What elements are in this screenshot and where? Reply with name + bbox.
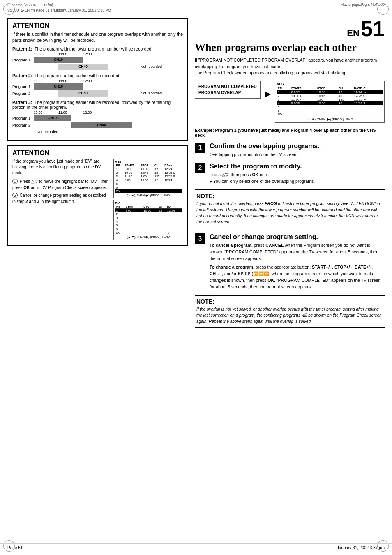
pattern-1-desc: The program with the lower program numbe…: [35, 46, 152, 51]
footer-date: January 31, 2002 3:37 pm: [337, 546, 385, 550]
pattern-2-row2: Program 2 CH40 ← Not recorded: [12, 90, 183, 97]
section-title: When programs overlap each other: [195, 42, 385, 54]
pattern-1-row1: Program 1 CH10: [12, 57, 183, 63]
footer-page-num: Page 51: [7, 546, 23, 550]
attention-2-text: If the program you have just made and "D…: [12, 159, 110, 242]
header-left: Filename [VS30U_2-EN.fm] VS30U_2-EN.fm P…: [7, 2, 111, 13]
p1-prog1-label: Program 1: [12, 58, 34, 62]
vis-screen-table: PRSTARTSTOPC!DA~~ 18 0010 001212/24 210 …: [115, 164, 182, 193]
example-text: Example: Program 1 (you have just made) …: [195, 128, 385, 138]
note-1-text: If you do not mind this overlap, press P…: [196, 200, 383, 225]
step-2-content: Select the program to modify. Press △▽, …: [210, 163, 385, 184]
page-header: Filename [VS30U_2-EN.fm] VS30U_2-EN.fm P…: [0, 0, 392, 14]
filename-label: Filename [VS30U_2-EN.fm]: [7, 2, 111, 8]
vhs-screen-container: PROGRAM NOT COMPLETED PROGRAM OVERLAP ▶ …: [195, 81, 385, 123]
p1-arrow-icon: ←: [132, 64, 138, 70]
note-1-box: NOTE: If you do not mind this overlap, p…: [195, 189, 385, 228]
step-3-text: To cancel a program, press CANCEL when t…: [210, 242, 385, 290]
step-1: 1 Confirm the overlapping programs. Over…: [195, 143, 385, 158]
step-1-title: Confirm the overlapping programs.: [210, 143, 385, 150]
p1-prog2-bar-container: CH40: [34, 64, 132, 70]
p3-prog1-label: Program 1: [12, 116, 34, 120]
attention-2-steps: 1 Press △▽ to move the highlight bar to …: [12, 178, 110, 205]
corner-mark-tl: [3, 3, 15, 15]
pattern-1-block: Pattern 1: The program with the lower pr…: [12, 46, 183, 70]
pattern-1-label: Pattern 1: The program with the lower pr…: [12, 46, 183, 51]
dv-screen-footer: (▲,▼), THEN (▶) (PROG.) : END: [115, 235, 182, 239]
step-1-text: Overlapping programs blink on the TV scr…: [210, 152, 385, 158]
pattern-1-ticks: 10:0011:0012:00: [12, 52, 183, 56]
vhs-screen-title: VHS: [277, 82, 383, 86]
p1-not-recorded: Not recorded: [141, 64, 162, 69]
step-3-content: Cancel or change program setting. To can…: [210, 233, 385, 290]
pattern-2-desc: The program starting earlier will be rec…: [35, 73, 120, 78]
p1-prog1-bar: CH10: [34, 57, 83, 63]
page-footer: Page 51 January 31, 2002 3:37 pm: [0, 543, 392, 552]
prog-overlap-label: PROGRAM OVERLAP: [198, 90, 257, 96]
pattern-2-label: Pattern 2: The program starting earlier …: [12, 73, 183, 78]
p2-arrow-icon: ←: [132, 90, 138, 97]
pattern-3-desc: The program starting earlier will be rec…: [12, 100, 171, 110]
arrow-to-screen: ▶: [265, 89, 271, 99]
vis-screen-title: V iS: [115, 160, 182, 164]
dv-screen: DV PRSTARTSTOPC!DA 18 0010 001212/24 2 3: [113, 200, 183, 240]
left-column: ATTENTION If there is a conflict in the …: [7, 18, 188, 333]
note-2-box: NOTE: If the overlap is not yet solved, …: [195, 295, 385, 328]
step-2: 2 Select the program to modify. Press △▽…: [195, 163, 385, 184]
attention-box-2: ATTENTION If the program you have just m…: [7, 145, 188, 246]
dv-screen-title: DV: [115, 201, 182, 205]
vhs-screen-big: VHS PRSTARTSTOPCHDATE ↗ 18:00P10:001212/…: [275, 81, 385, 123]
attention-2-screens: V iS PRSTARTSTOPC!DA~~ 18 0010 001212/24…: [113, 159, 183, 242]
pattern-2-block: Pattern 2: The program starting earlier …: [12, 73, 183, 97]
vis-screen-footer: (▲,▼), THEN (▶) (PROG.) : END: [115, 193, 182, 197]
attention-title-2: ATTENTION: [12, 150, 183, 157]
p3-prog2-bar-container: CH40: [34, 122, 132, 128]
step-1-number: 1: [195, 143, 205, 153]
p3-prog2-label: Program 2: [12, 123, 34, 127]
pattern-3-ticks: 10:0011:0012:00: [12, 111, 183, 115]
p3-prog2-bar: CH40: [71, 122, 132, 128]
right-column: EN 51 When programs overlap each other I…: [195, 18, 385, 333]
p3-not-recorded: ↑Not recorded: [34, 129, 183, 134]
corner-mark-tr: [377, 3, 389, 15]
page-number: 51: [361, 17, 385, 41]
p2-prog2-bar: CH40: [58, 90, 108, 97]
pattern-2-row1: Program 1 CH10: [12, 83, 183, 90]
pattern-3-row2: Program 2 CH40: [12, 122, 183, 128]
p2-prog1-label: Program 1: [12, 84, 34, 89]
filepath-label: VS30U_2-EN.fm Page 51 Thursday, January …: [7, 8, 111, 13]
prog-not-completed-label: PROGRAM NOT COMPLETED: [198, 83, 257, 90]
step-3-number: 3: [195, 233, 205, 244]
attention-title-1: ATTENTION: [12, 22, 183, 30]
p1-prog2-bar: CH40: [58, 64, 108, 70]
p2-prog1-bar-container: CH10: [34, 83, 132, 90]
attention-2-inner: If the program you have just made and "D…: [12, 159, 183, 242]
page-number-area: EN 51: [195, 18, 385, 39]
attention-text-1: If there is a conflict in the timer sche…: [12, 31, 183, 44]
step-3: 3 Cancel or change program setting. To c…: [195, 233, 385, 290]
step-2-text: Press △▽, then press OK or ▷. ● You can …: [210, 172, 385, 185]
dv-screen-table: PRSTARTSTOPC!DA 18 0010 001212/24 2 3 4 …: [115, 205, 182, 235]
step-3-title: Cancel or change program setting.: [210, 233, 385, 241]
p2-prog1-bar: CH10: [34, 83, 83, 90]
main-content: ATTENTION If there is a conflict in the …: [0, 14, 392, 337]
vhs-screen-footer: (▲,▼), THEN (▶) (PROG.) : END: [277, 117, 383, 121]
p2-not-recorded: Not recorded: [141, 91, 162, 95]
pattern-3-row1: Program 1 CH10: [12, 115, 183, 121]
p2-prog2-label: Program 2: [12, 91, 34, 96]
pattern-2-ticks: 10:0011:0012:00: [12, 79, 183, 83]
step-1-content: Confirm the overlapping programs. Overla…: [210, 143, 385, 158]
pattern-3-label: Pattern 3: The program starting earlier …: [12, 100, 183, 110]
note-2-title: NOTE:: [196, 298, 383, 305]
p3-prog1-bar: CH10: [34, 115, 71, 121]
step-2-number: 2: [195, 163, 205, 173]
attention-box-1: ATTENTION If there is a conflict in the …: [7, 18, 188, 141]
p2-prog2-bar-container: CH40: [34, 90, 132, 97]
note-1-title: NOTE:: [196, 193, 383, 199]
vhs-screen-table: PRSTARTSTOPCHDATE ↗ 18:00P10:001212/24 ↘…: [277, 86, 383, 116]
vis-screen: V iS PRSTARTSTOPC!DA~~ 18 0010 001212/24…: [113, 159, 183, 198]
p3-prog1-bar-container: CH10: [34, 115, 132, 121]
pattern-3-block: Pattern 3: The program starting earlier …: [12, 100, 183, 134]
step-2-title: Select the program to modify.: [210, 163, 385, 170]
section-intro: If "PROGRAM NOT COMPLETED PROGRAM OVERLA…: [195, 57, 385, 76]
